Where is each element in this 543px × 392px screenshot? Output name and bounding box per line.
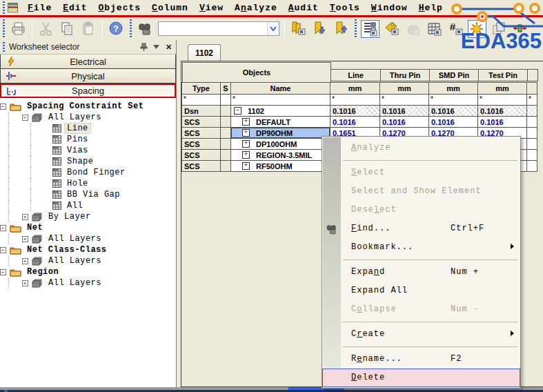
value-cell-partial[interactable] (526, 127, 537, 139)
row-s-cell[interactable] (220, 149, 231, 161)
expand-expander-icon[interactable]: + (242, 118, 250, 126)
tree-item-all[interactable]: All (0, 200, 176, 211)
context-menu-item-expand-all[interactable]: Expand All (322, 282, 520, 300)
tree-item-all-layers[interactable]: +All Layers (0, 233, 176, 244)
context-menu-item-bookmark-[interactable]: Bookmark... (322, 238, 520, 257)
filter-value-cell[interactable]: * (477, 94, 527, 106)
row-s-cell[interactable] (220, 160, 231, 172)
value-cell-partial[interactable] (526, 105, 537, 117)
collapse-expander-icon[interactable]: − (22, 115, 28, 121)
menubar-gripper[interactable] (1, 1, 6, 14)
menu-objects[interactable]: Objects (92, 2, 146, 14)
value-cell-partial[interactable] (526, 149, 537, 161)
expand-expander-icon[interactable]: + (22, 280, 28, 286)
row-type-cell[interactable]: SCS (181, 116, 221, 128)
close-icon[interactable]: ✕ (164, 42, 174, 52)
filter-value-cell[interactable]: * (379, 94, 429, 106)
search-combo-input[interactable] (159, 22, 267, 35)
menu-column[interactable]: Column (146, 2, 194, 14)
col-header-thru-pin[interactable]: Thru Pin (380, 69, 430, 81)
panel-gripper[interactable] (1, 42, 6, 52)
expand-expander-icon[interactable]: + (242, 151, 250, 159)
row-type-cell[interactable]: SCS (181, 160, 221, 172)
tree-item-shape[interactable]: Shape (0, 156, 176, 167)
value-cell[interactable]: 0.1016 (330, 105, 380, 117)
collapse-expander-icon[interactable]: − (0, 225, 6, 231)
col-header-line[interactable]: Line (330, 69, 381, 81)
value-cell-partial[interactable] (526, 160, 537, 172)
toolbar-gripper[interactable] (1, 19, 6, 37)
value-cell[interactable]: 0.1016 (428, 116, 478, 128)
context-menu-item-create[interactable]: Create (322, 325, 520, 344)
menu-help[interactable]: Help (413, 2, 448, 14)
worksheet-button-spacing[interactable]: Spacing (0, 84, 176, 98)
hash-grid-icon[interactable]: # (446, 20, 465, 38)
row-type-cell[interactable]: SCS (181, 149, 221, 161)
measure-icon[interactable] (511, 20, 529, 38)
chevron-down-icon[interactable] (151, 42, 161, 52)
tag-icon[interactable] (382, 20, 401, 38)
worksheet-button-physical[interactable]: Physical (0, 69, 176, 84)
menu-view[interactable]: View (194, 2, 229, 14)
filter-value-cell[interactable]: * (330, 94, 380, 106)
collapse-expander-icon[interactable]: − (0, 104, 6, 110)
row-s-cell[interactable] (220, 105, 231, 117)
tree-item-net-class-class[interactable]: −Net Class-Class (0, 244, 176, 255)
bookmark-up-icon[interactable] (332, 20, 351, 38)
expand-expander-icon[interactable]: + (242, 129, 250, 137)
filter-s-cell[interactable] (220, 94, 231, 106)
menu-analyze[interactable]: Analyze (229, 2, 283, 14)
objects-header-cell[interactable]: Objects (182, 62, 331, 83)
menu-window[interactable]: Window (366, 2, 413, 14)
pin-icon[interactable] (139, 42, 149, 52)
value-cell[interactable]: 0.1016 (330, 116, 380, 128)
row-name-cell[interactable]: −1102 (230, 105, 330, 117)
toolbar-gripper[interactable] (353, 19, 358, 37)
tree-item-pins[interactable]: Pins (0, 134, 176, 145)
row-name-cell[interactable]: +DP100OHM (230, 138, 330, 150)
copy-icon[interactable] (58, 20, 77, 38)
value-cell[interactable]: 0.1016 (477, 105, 527, 117)
tree-item-by-layer[interactable]: +By Layer (0, 211, 176, 222)
tree-item-net[interactable]: −Net (0, 222, 176, 233)
col-header-s[interactable]: S (220, 82, 231, 95)
tree-item-bond-finger[interactable]: Bond Finger (0, 167, 176, 178)
tree-item-line[interactable]: Line (0, 123, 176, 134)
collapse-expander-icon[interactable]: − (0, 247, 6, 253)
value-cell[interactable]: 0.1016 (477, 116, 527, 128)
tree-item-spacing-constraint-set[interactable]: −Spacing Constraint Set (0, 101, 176, 112)
find-icon[interactable] (136, 20, 155, 38)
print-icon[interactable] (9, 20, 28, 38)
tree-item-vias[interactable]: Vias (0, 145, 176, 156)
bookmarks-icon[interactable] (289, 20, 308, 38)
menu-edit[interactable]: Edit (57, 2, 92, 14)
expand-expander-icon[interactable]: + (22, 258, 28, 264)
menu-audit[interactable]: Audit (283, 2, 324, 14)
menu-tools[interactable]: Tools (324, 2, 366, 14)
row-s-cell[interactable] (220, 116, 231, 128)
col-header-test-pin[interactable]: Test Pin (478, 69, 528, 81)
expand-expander-icon[interactable]: + (22, 214, 28, 220)
tree-item-hole[interactable]: Hole (0, 178, 176, 189)
toolbar-gripper[interactable] (128, 19, 133, 37)
tree-item-all-layers[interactable]: +All Layers (0, 255, 176, 266)
collapse-expander-icon[interactable]: − (0, 269, 6, 275)
context-menu-item-expand[interactable]: ExpandNum + (322, 263, 520, 282)
tree-item-all-layers[interactable]: −All Layers (0, 112, 176, 123)
filter-type-cell[interactable]: * (181, 94, 221, 106)
row-name-cell[interactable]: +RF50OHM (230, 160, 330, 172)
menu-file[interactable]: File (22, 2, 57, 14)
row-s-cell[interactable] (220, 138, 231, 150)
row-type-cell[interactable]: Dsn (181, 105, 221, 117)
value-cell[interactable]: 0.1016 (379, 105, 429, 117)
expand-expander-icon[interactable]: + (242, 140, 250, 148)
col-header-smd-pin[interactable]: SMD Pin (429, 69, 479, 81)
value-cell-partial[interactable] (526, 138, 537, 150)
col-header-type[interactable]: Type (181, 82, 221, 95)
worksheet-selector-toggle-icon[interactable] (361, 20, 379, 38)
row-type-cell[interactable]: SCS (181, 127, 221, 139)
row-name-cell[interactable]: +DEFAULT (230, 116, 330, 128)
value-cell[interactable]: 0.1016 (379, 116, 429, 128)
tab-1102[interactable]: 1102 (188, 44, 221, 61)
context-menu-item-rename-[interactable]: Rename...F2 (322, 350, 520, 369)
